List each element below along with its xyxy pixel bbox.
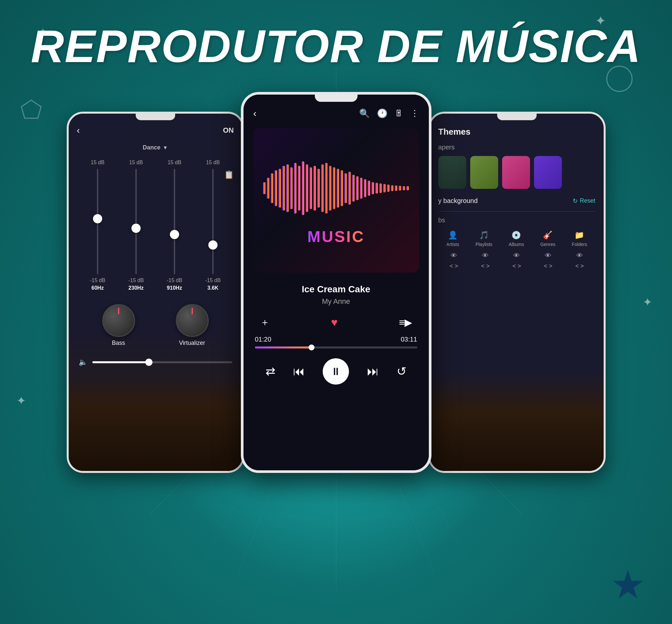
prev-button[interactable]: ⏮ xyxy=(293,365,305,378)
reset-label: Reset xyxy=(580,198,595,204)
slider-thumb-3[interactable] xyxy=(170,230,179,239)
phone-left: ‹ ON Dance ▼ 📋 15 dB -15 dB 60Hz xyxy=(67,112,244,473)
reset-icon: ↻ xyxy=(573,198,578,205)
eq-slider-60hz: 15 dB -15 dB 60Hz xyxy=(90,160,105,291)
phone-right-notch xyxy=(497,114,537,120)
themes-content: Themes apers y background ↻ Reset b xyxy=(430,120,604,276)
swatch-1[interactable] xyxy=(438,156,466,189)
phone-right: Themes apers y background ↻ Reset b xyxy=(428,112,606,473)
playlists-icon: 🎵 xyxy=(479,231,489,240)
svg-rect-19 xyxy=(286,164,289,212)
genres-label: Genres xyxy=(540,242,555,247)
vis-icon-2[interactable]: 👁 xyxy=(482,252,489,259)
artists-label: Artists xyxy=(446,242,459,247)
svg-rect-32 xyxy=(337,169,339,208)
svg-rect-18 xyxy=(282,165,284,210)
code-icon-5: < > xyxy=(575,263,584,270)
progress-thumb[interactable] xyxy=(308,344,315,350)
search-icon[interactable]: 🔍 xyxy=(359,108,370,119)
db-bottom-2: -15 dB xyxy=(128,278,144,283)
slider-track-3[interactable] xyxy=(174,169,175,274)
player-actions: ＋ ♥ ≡▶ xyxy=(244,311,429,334)
play-pause-button[interactable]: ⏸ xyxy=(323,358,349,385)
svg-rect-43 xyxy=(379,183,381,193)
phone-left-inner: ‹ ON Dance ▼ 📋 15 dB -15 dB 60Hz xyxy=(69,114,242,471)
playback-controls: ⇄ ⏮ ⏸ ⏭ ↺ xyxy=(244,350,429,393)
tab-col-folders: 📁 Folders xyxy=(572,231,587,247)
svg-rect-42 xyxy=(375,183,378,193)
slider-track-1[interactable] xyxy=(97,169,98,274)
virtualizer-knob[interactable] xyxy=(176,304,209,337)
eq-slider-910hz: 15 dB -15 dB 910Hz xyxy=(167,160,182,291)
svg-rect-27 xyxy=(317,169,319,208)
db-bottom-3: -15 dB xyxy=(167,278,182,283)
song-artist: My Anne xyxy=(253,297,419,306)
vis-icon-4[interactable]: 👁 xyxy=(545,252,551,259)
svg-rect-46 xyxy=(391,185,393,191)
phone-center: ‹ 🔍 🕐 🎚 ⋮ xyxy=(241,92,431,473)
svg-rect-47 xyxy=(395,185,397,190)
freq-label-1: 60Hz xyxy=(91,285,103,291)
back-arrow-icon[interactable]: ‹ xyxy=(77,125,80,136)
add-button[interactable]: ＋ xyxy=(260,316,270,329)
progress-track[interactable] xyxy=(255,346,417,348)
shuffle-button[interactable]: ⇄ xyxy=(266,365,275,378)
background-label: y background xyxy=(438,197,478,205)
db-bottom-1: -15 dB xyxy=(90,278,105,283)
history-icon[interactable]: 🕐 xyxy=(377,108,388,119)
db-top-2: 15 dB xyxy=(129,160,143,165)
vis-icon-3[interactable]: 👁 xyxy=(513,252,520,259)
vis-icon-5[interactable]: 👁 xyxy=(576,252,583,259)
favorite-button[interactable]: ♥ xyxy=(331,316,338,329)
bass-label: Bass xyxy=(112,340,125,346)
song-info: Ice Cream Cake My Anne xyxy=(244,276,429,311)
player-header: ‹ 🔍 🕐 🎚 ⋮ xyxy=(244,102,429,125)
swatch-2[interactable] xyxy=(470,156,498,189)
vis-icon-1[interactable]: 👁 xyxy=(450,252,457,259)
progress-section: 01:20 03:11 xyxy=(244,334,429,350)
svg-rect-30 xyxy=(329,165,331,210)
slider-thumb-1[interactable] xyxy=(93,214,102,223)
pause-icon: ⏸ xyxy=(330,366,341,378)
folders-icon: 📁 xyxy=(574,231,584,240)
svg-rect-38 xyxy=(360,178,362,199)
folders-label: Folders xyxy=(572,242,587,247)
svg-rect-34 xyxy=(344,173,347,203)
visibility-row: 👁 👁 👁 👁 👁 xyxy=(438,252,595,259)
slider-track-2[interactable] xyxy=(135,169,137,274)
artists-icon: 👤 xyxy=(448,231,458,240)
tab-col-albums: 💿 Albums xyxy=(509,231,524,247)
phone-left-notch xyxy=(136,114,175,120)
slider-track-4[interactable] xyxy=(212,169,214,274)
next-button[interactable]: ⏭ xyxy=(367,365,379,378)
more-icon[interactable]: ⋮ xyxy=(410,108,419,119)
svg-rect-48 xyxy=(399,186,401,190)
svg-rect-21 xyxy=(294,162,296,213)
eq-knobs: Bass Virtualizer xyxy=(69,297,242,353)
code-icon-3: < > xyxy=(512,263,521,270)
player-back-icon[interactable]: ‹ xyxy=(253,108,257,119)
db-top-3: 15 dB xyxy=(168,160,181,165)
phones-container: ‹ ON Dance ▼ 📋 15 dB -15 dB 60Hz xyxy=(41,92,632,584)
swatch-4[interactable] xyxy=(534,156,562,189)
equalizer-icon[interactable]: 🎚 xyxy=(395,108,403,119)
reset-button[interactable]: ↻ Reset xyxy=(573,198,595,205)
repeat-button[interactable]: ↺ xyxy=(397,365,406,378)
swatch-3[interactable] xyxy=(502,156,530,189)
svg-rect-25 xyxy=(309,167,312,209)
db-top-1: 15 dB xyxy=(91,160,104,165)
freq-label-2: 230Hz xyxy=(128,285,144,291)
code-icon-4: < > xyxy=(544,263,552,270)
svg-rect-26 xyxy=(314,165,316,210)
volume-track[interactable] xyxy=(92,361,232,363)
bass-knob[interactable] xyxy=(102,304,135,337)
slider-thumb-4[interactable] xyxy=(208,240,218,250)
slider-thumb-2[interactable] xyxy=(131,224,141,233)
queue-button[interactable]: ≡▶ xyxy=(399,317,413,328)
song-title: Ice Cream Cake xyxy=(253,284,419,294)
background-row: y background ↻ Reset xyxy=(438,197,595,205)
time-row: 01:20 03:11 xyxy=(255,336,417,343)
playlists-label: Playlists xyxy=(475,242,492,247)
svg-rect-49 xyxy=(402,186,405,190)
volume-thumb[interactable] xyxy=(145,359,152,366)
